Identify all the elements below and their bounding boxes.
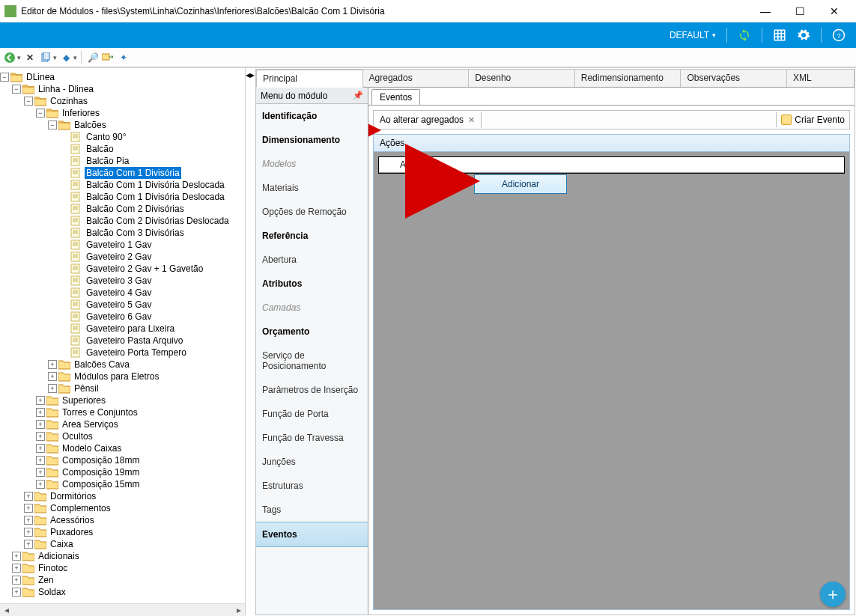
tree-toggle-icon[interactable]: − (12, 85, 21, 94)
tree-node[interactable]: +Superiores (0, 394, 245, 406)
tree-toggle-icon[interactable]: + (48, 384, 57, 393)
tree-toggle-icon[interactable] (60, 300, 69, 309)
tree-toggle-icon[interactable]: − (0, 73, 9, 82)
tree-toggle-icon[interactable]: − (36, 109, 45, 118)
tree-node[interactable]: Balcão Com 2 Divisórias (0, 203, 245, 215)
tree-toggle-icon[interactable]: − (24, 97, 33, 106)
tree-toggle-icon[interactable] (60, 252, 69, 261)
module-menu-item[interactable]: Eventos (256, 522, 368, 547)
tree-node[interactable]: +Area Serviços (0, 418, 245, 430)
top-tab[interactable]: Agregados (363, 70, 470, 87)
tree-node[interactable]: Gaveteiro 5 Gav (0, 299, 245, 311)
tree-toggle-icon[interactable] (60, 288, 69, 297)
tree-toggle-icon[interactable] (60, 216, 69, 225)
copy-icon[interactable] (39, 51, 52, 64)
replace-icon[interactable] (101, 51, 115, 64)
splitter-handle[interactable]: ◂▸ (246, 68, 255, 616)
tree-node[interactable]: Gaveteiro Pasta Arquivo (0, 335, 245, 347)
module-menu-item[interactable]: Tags (256, 498, 368, 522)
tree-node[interactable]: +Caixa (0, 538, 245, 550)
tree-node[interactable]: −DLinea (0, 71, 245, 83)
tree-toggle-icon[interactable]: + (36, 480, 45, 489)
tree-toggle-icon[interactable] (60, 204, 69, 213)
tree-node[interactable]: Gaveteiro 2 Gav (0, 251, 245, 263)
module-menu-item[interactable]: Dimensionamento (256, 128, 368, 152)
add-fab-button[interactable]: ＋ (820, 582, 846, 607)
tree-node[interactable]: Balcão Pia (0, 155, 245, 167)
tree-node[interactable]: +Complementos (0, 502, 245, 514)
actions-table[interactable]: Ação (378, 156, 845, 174)
tree-toggle-icon[interactable] (60, 144, 69, 153)
tree-toggle-icon[interactable]: − (48, 121, 57, 129)
tree-node[interactable]: +Torres e Conjuntos (0, 406, 245, 418)
tree-toggle-icon[interactable]: + (12, 588, 21, 597)
diamond-dropdown[interactable]: ▾ (73, 54, 77, 61)
tree-node[interactable]: −Cozinhas (0, 95, 245, 107)
tree-toggle-icon[interactable]: + (24, 528, 33, 537)
tree-node[interactable]: Balcão Com 1 Divisória Deslocada (0, 179, 245, 191)
tree-toggle-icon[interactable] (60, 336, 69, 345)
tree-toggle-icon[interactable] (60, 240, 69, 249)
module-menu-item[interactable]: Atributos (256, 272, 368, 296)
module-menu-item[interactable]: Identificação (256, 104, 368, 128)
back-dropdown[interactable]: ▾ (17, 54, 21, 61)
tree-toggle-icon[interactable]: + (24, 540, 33, 549)
tree-node[interactable]: Gaveteiro para Lixeira (0, 323, 245, 335)
tree-node[interactable]: +Ocultos (0, 430, 245, 442)
module-menu-item[interactable]: Estruturas (256, 474, 368, 498)
diamond-icon[interactable]: ◆ (59, 51, 73, 64)
tree-node[interactable]: +Soldax (0, 586, 245, 598)
tree-toggle-icon[interactable]: + (36, 408, 45, 417)
module-menu-item[interactable]: Materiais (256, 176, 368, 200)
tree-node[interactable]: Gaveteiro 6 Gav (0, 311, 245, 323)
copy-dropdown[interactable]: ▾ (53, 54, 57, 61)
tree-node[interactable]: Gaveteiro 2 Gav + 1 Gavetão (0, 263, 245, 275)
tree-horizontal-scrollbar[interactable]: ◂▸ (0, 603, 245, 616)
tree-toggle-icon[interactable]: + (36, 432, 45, 441)
event-tab[interactable]: Ao alterar agregados ✕ (374, 112, 482, 128)
wand-icon[interactable]: ✦ (117, 51, 130, 64)
tree-toggle-icon[interactable]: + (48, 360, 57, 369)
module-menu-item[interactable]: Camadas (256, 296, 368, 320)
tree-toggle-icon[interactable] (60, 324, 69, 333)
tree-toggle-icon[interactable] (60, 312, 69, 321)
tree-toggle-icon[interactable]: + (36, 396, 45, 405)
top-tab[interactable]: Redimensionamento (575, 70, 682, 87)
tree-toggle-icon[interactable] (60, 168, 69, 177)
tree-toggle-icon[interactable] (60, 180, 69, 189)
tree-node[interactable]: +Dormitórios (0, 490, 245, 502)
tree-node[interactable]: Balcão Com 1 Divisória Deslocada (0, 191, 245, 203)
tree-node[interactable]: −Balcões (0, 119, 245, 131)
module-menu-item[interactable]: Função de Travessa (256, 426, 368, 450)
module-menu-item[interactable]: Referência (256, 224, 368, 248)
tree-node[interactable]: Balcão Com 1 Divisória (0, 167, 245, 179)
minimize-button[interactable]: — (748, 0, 783, 22)
tree-toggle-icon[interactable] (60, 192, 69, 201)
top-tab[interactable]: Desenho (469, 70, 575, 87)
tree-toggle-icon[interactable] (60, 276, 69, 285)
tree-toggle-icon[interactable] (60, 156, 69, 165)
tree-node[interactable]: +Acessórios (0, 514, 245, 526)
module-menu-item[interactable]: Junções (256, 450, 368, 474)
tree-toggle-icon[interactable] (60, 264, 69, 273)
tree-node[interactable]: +Adicionais (0, 550, 245, 562)
tree-toggle-icon[interactable]: + (24, 516, 33, 525)
tree-node[interactable]: +Balcões Cava (0, 359, 245, 370)
module-menu-item[interactable]: Função de Porta (256, 402, 368, 426)
tree-node[interactable]: +Módulos para Eletros (0, 370, 245, 382)
tree-node[interactable]: +Composição 19mm (0, 466, 245, 478)
tree-toggle-icon[interactable]: + (12, 576, 21, 585)
tree-node[interactable]: Gaveteiro 1 Gav (0, 239, 245, 251)
top-tab[interactable]: XML (787, 70, 855, 87)
maximize-button[interactable]: ☐ (783, 0, 817, 22)
tree-node[interactable]: Canto 90° (0, 131, 245, 143)
tree-toggle-icon[interactable]: + (36, 456, 45, 465)
create-event-button[interactable]: Criar Evento (776, 112, 849, 127)
tree-toggle-icon[interactable]: + (48, 372, 57, 381)
module-menu-item[interactable]: Modelos (256, 152, 368, 176)
tree-toggle-icon[interactable] (60, 348, 69, 357)
refresh-icon[interactable] (735, 27, 754, 43)
module-menu-item[interactable]: Orçamento (256, 320, 368, 344)
tree-node[interactable]: +Finotoc (0, 562, 245, 574)
grid-icon[interactable] (770, 27, 789, 43)
